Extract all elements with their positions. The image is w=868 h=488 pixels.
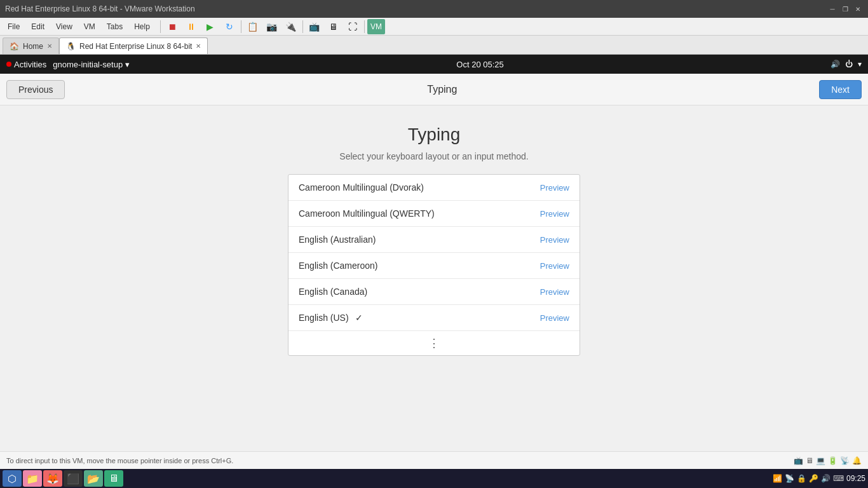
status-icon-3: 💻	[816, 456, 825, 465]
redhat-icon	[6, 62, 11, 67]
toolbar-refresh[interactable]: ↻	[220, 19, 238, 34]
status-message: To direct input to this VM, move the mou…	[6, 457, 233, 464]
minimize-button[interactable]: ─	[827, 4, 837, 14]
list-item[interactable]: English (Canada) Preview	[288, 279, 580, 305]
keyboard-name: English (Canada)	[299, 287, 367, 297]
tab-rhel[interactable]: 🐧 Red Hat Enterprise Linux 8 64-bit ✕	[59, 37, 208, 54]
activities-button[interactable]: Activities	[6, 60, 46, 69]
keyboard-name: English (US)	[299, 313, 349, 323]
keyboard-row-left: English (US) ✓	[299, 313, 363, 323]
taskbar-right: 📶 📡 🔒 🔑 🔊 ⌨ 09:25	[773, 474, 865, 483]
tabbar: 🏠 Home ✕ 🐧 Red Hat Enterprise Linux 8 64…	[0, 36, 868, 55]
keyboard-name: Cameroon Multilingual (QWERTY)	[299, 208, 435, 219]
volume-icon[interactable]: 🔊	[831, 60, 840, 69]
activities-label: Activities	[14, 60, 46, 69]
keyboard-row-left: Cameroon Multilingual (Dvorak)	[299, 182, 424, 193]
more-options-button[interactable]: ⋮	[288, 331, 580, 355]
status-icon-1: 📺	[794, 456, 803, 465]
menu-view[interactable]: View	[51, 20, 78, 33]
gnome-appname-arrow: ▾	[125, 60, 130, 69]
preview-link-1[interactable]: Preview	[540, 183, 569, 193]
toolbar: ⏹ ⏸ ▶ ↻ 📋 📷 🔌 📺 🖥 ⛶ VM	[159, 19, 385, 34]
keyboard-row-left: English (Cameroon)	[299, 261, 378, 271]
gnome-right: 🔊 ⏻ ▾	[831, 60, 862, 69]
taskbar-key-icon: 🔑	[809, 474, 818, 483]
menu-vm[interactable]: VM	[79, 20, 100, 33]
gnome-appname[interactable]: gnome-initial-setup ▾	[53, 60, 130, 69]
toolbar-display[interactable]: 📺	[306, 19, 323, 34]
gnome-topbar: Activities gnome-initial-setup ▾ Oct 20 …	[0, 55, 868, 74]
list-item[interactable]: Cameroon Multilingual (Dvorak) Preview	[288, 175, 580, 201]
toolbar-monitor[interactable]: 🖥	[325, 19, 342, 34]
taskbar: ⬡ 📁 🦊 ⬛ 📂 🖥 📶 📡 🔒 🔑 🔊 ⌨ 09:25	[0, 469, 868, 488]
separator2	[241, 20, 241, 33]
power-icon[interactable]: ⏻	[845, 60, 853, 69]
menu-tabs[interactable]: Tabs	[102, 20, 128, 33]
separator4	[364, 20, 365, 33]
tab-rhel-close[interactable]: ✕	[196, 43, 201, 50]
tab-rhel-label: Red Hat Enterprise Linux 8 64-bit	[79, 42, 192, 51]
menubar: File Edit View VM Tabs Help ⏹ ⏸ ▶ ↻ 📋 📷 …	[0, 18, 868, 36]
titlebar: Red Hat Enterprise Linux 8 64-bit - VMwa…	[0, 0, 868, 18]
tab-home-label: Home	[23, 42, 43, 51]
status-icon-6: 🔔	[852, 456, 862, 465]
preview-link-4[interactable]: Preview	[540, 261, 569, 271]
rhel-icon: 🐧	[66, 42, 76, 51]
preview-link-2[interactable]: Preview	[540, 209, 569, 219]
next-button[interactable]: Next	[819, 80, 862, 99]
gnome-appname-label: gnome-initial-setup	[53, 60, 123, 69]
menu-help[interactable]: Help	[129, 20, 155, 33]
separator3	[302, 20, 303, 33]
status-icon-4: 🔋	[828, 456, 837, 465]
taskbar-app-display[interactable]: 🖥	[104, 470, 123, 487]
restore-button[interactable]: ❐	[840, 4, 850, 14]
tab-home[interactable]: 🏠 Home ✕	[3, 37, 59, 54]
toolbar-suspend[interactable]: ⏸	[182, 19, 200, 34]
toolbar-vm-icon[interactable]: VM	[367, 19, 385, 34]
list-item[interactable]: English (Cameroon) Preview	[288, 253, 580, 279]
taskbar-bluetooth-icon: 📡	[785, 474, 794, 483]
toolbar-screenshot[interactable]: 📷	[263, 19, 281, 34]
taskbar-app-files[interactable]: 📁	[23, 470, 42, 487]
taskbar-app-firefox[interactable]: 🦊	[43, 470, 62, 487]
toolbar-fullscreen[interactable]: ⛶	[344, 19, 362, 34]
previous-button[interactable]: Previous	[6, 80, 65, 99]
navbar: Previous Typing Next	[0, 74, 868, 105]
list-item[interactable]: English (Australian) Preview	[288, 227, 580, 253]
titlebar-title: Red Hat Enterprise Linux 8 64-bit - VMwa…	[5, 4, 195, 13]
list-item[interactable]: Cameroon Multilingual (QWERTY) Preview	[288, 201, 580, 227]
preview-link-3[interactable]: Preview	[540, 235, 569, 245]
toolbar-connect[interactable]: 🔌	[282, 19, 300, 34]
statusbar: To direct input to this VM, move the mou…	[0, 451, 868, 469]
page-subtitle: Select your keyboard layout or an input …	[339, 151, 528, 161]
titlebar-controls: ─ ❐ ✕	[827, 4, 863, 14]
taskbar-keyboard-icon: ⌨	[833, 474, 844, 483]
menu-file[interactable]: File	[3, 20, 25, 33]
selected-checkmark: ✓	[355, 313, 363, 323]
keyboard-name: English (Cameroon)	[299, 261, 378, 271]
gnome-datetime: Oct 20 05:25	[456, 60, 503, 69]
list-item[interactable]: English (US) ✓ Preview	[288, 305, 580, 331]
preview-link-6[interactable]: Preview	[540, 313, 569, 323]
toolbar-stop[interactable]: ⏹	[163, 19, 181, 34]
taskbar-app-terminal[interactable]: ⬛	[64, 470, 83, 487]
taskbar-app-fedora[interactable]: ⬡	[3, 470, 22, 487]
gnome-left: Activities gnome-initial-setup ▾	[6, 60, 130, 69]
more-options-icon: ⋮	[428, 336, 440, 350]
tab-home-close[interactable]: ✕	[47, 43, 52, 50]
system-menu-arrow[interactable]: ▾	[858, 60, 862, 69]
home-icon: 🏠	[10, 42, 19, 51]
toolbar-snapshot[interactable]: 📋	[244, 19, 262, 34]
keyboard-row-left: Cameroon Multilingual (QWERTY)	[299, 208, 435, 219]
status-icon-2: 🖥	[806, 456, 813, 465]
toolbar-play[interactable]: ▶	[201, 19, 219, 34]
keyboard-name: Cameroon Multilingual (Dvorak)	[299, 182, 424, 193]
preview-link-5[interactable]: Preview	[540, 287, 569, 297]
close-button[interactable]: ✕	[853, 4, 863, 14]
page-title: Typing	[408, 125, 461, 145]
statusbar-right: 📺 🖥 💻 🔋 📡 🔔	[794, 456, 862, 465]
taskbar-left: ⬡ 📁 🦊 ⬛ 📂 🖥	[3, 470, 123, 487]
menu-edit[interactable]: Edit	[26, 20, 50, 33]
keyboard-name: English (Australian)	[299, 234, 376, 245]
taskbar-app-folder[interactable]: 📂	[84, 470, 103, 487]
